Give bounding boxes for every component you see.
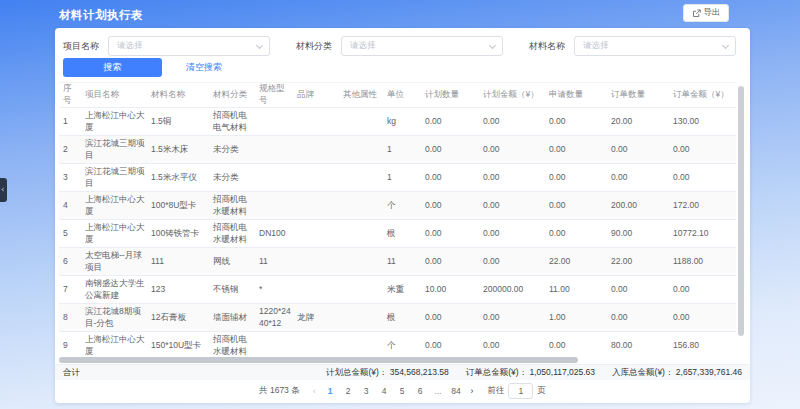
- clear-search-link[interactable]: 清空搜索: [186, 61, 222, 74]
- material-category-select[interactable]: 请选择: [341, 36, 503, 56]
- table-cell: 网线: [213, 248, 259, 276]
- table-cell: 10772.10: [673, 220, 736, 248]
- table-cell: 5: [59, 220, 85, 248]
- page-number-84[interactable]: 84: [450, 386, 463, 396]
- filter-label: 材料名称: [529, 40, 565, 53]
- table-cell: 0.00: [673, 164, 736, 192]
- table-cell: 1: [387, 164, 425, 192]
- table-cell: 0.00: [425, 136, 483, 164]
- table-cell: 招商机电水暖材料: [213, 192, 259, 220]
- table-cell: [297, 192, 343, 220]
- select-placeholder: 请选择: [350, 40, 376, 52]
- table-cell: 1.5米水平仪: [151, 164, 213, 192]
- page-number-5[interactable]: 5: [396, 386, 409, 396]
- table-cell: [343, 192, 387, 220]
- table-cell: 200.00: [611, 192, 673, 220]
- table-row: 7南钢盛达大学生公寓新建123不锈钢*米重10.00200000.0011.00…: [59, 276, 736, 304]
- table-cell: 0.00: [549, 192, 611, 220]
- table-cell: [297, 248, 343, 276]
- table-cell: 滨江花城三期项目: [85, 164, 151, 192]
- table-cell: 0.00: [611, 136, 673, 164]
- table-cell: 根: [387, 220, 425, 248]
- vertical-scrollbar-thumb[interactable]: [738, 86, 744, 336]
- table-cell: 0.00: [611, 276, 673, 304]
- horizontal-scrollbar-thumb[interactable]: [59, 357, 578, 363]
- table-cell: 12石膏板: [151, 304, 213, 332]
- summary-total: 订单总金额(¥)： 1,050,117,025.63: [466, 367, 595, 379]
- table-row: 4上海松江中心大厦100*8U型卡招商机电水暖材料个0.000.000.0020…: [59, 192, 736, 220]
- table-cell: 0.00: [611, 164, 673, 192]
- table-cell: 0.00: [673, 276, 736, 304]
- table-row: 6太空电梯--月球项目111网线11110.000.0022.0022.0011…: [59, 248, 736, 276]
- table-cell: 1.5米木床: [151, 136, 213, 164]
- table-row: 5上海松江中心大厦100铸铁管卡招商机电水暖材料DN100根0.000.000.…: [59, 220, 736, 248]
- next-page-icon[interactable]: ›: [468, 386, 477, 396]
- project-name-select[interactable]: 请选择: [108, 36, 270, 56]
- export-button[interactable]: 导出: [683, 4, 729, 22]
- table-cell: 10.00: [425, 276, 483, 304]
- search-button[interactable]: 搜索: [63, 58, 162, 77]
- column-header: 规格型号: [259, 83, 297, 108]
- pagination-pages: 123456...84: [324, 386, 463, 396]
- table-cell: [259, 136, 297, 164]
- table-cell: *: [259, 276, 297, 304]
- table-cell: 2: [59, 136, 85, 164]
- summary-label: 合计: [63, 367, 80, 379]
- page-number-6[interactable]: 6: [414, 386, 427, 396]
- table-cell: 未分类: [213, 164, 259, 192]
- page-number-1[interactable]: 1: [324, 386, 337, 396]
- table-cell: [259, 108, 297, 136]
- column-header: 材料分类: [213, 83, 259, 108]
- filter-project-name: 项目名称 请选择: [63, 36, 270, 56]
- page-number-2[interactable]: 2: [342, 386, 355, 396]
- sidebar-toggle[interactable]: [0, 178, 7, 202]
- select-placeholder: 请选择: [583, 40, 609, 52]
- filter-material-name: 材料名称 请选择: [529, 36, 736, 56]
- table-cell: 150*10U型卡: [151, 332, 213, 357]
- table-cell: [343, 304, 387, 332]
- table-cell: [259, 192, 297, 220]
- table-cell: 0.00: [425, 304, 483, 332]
- table-cell: 90.00: [611, 220, 673, 248]
- export-button-label: 导出: [704, 7, 721, 19]
- table-cell: 20.00: [611, 108, 673, 136]
- table-cell: [343, 332, 387, 357]
- table-cell: DN100: [259, 220, 297, 248]
- table-cell: 0.00: [425, 248, 483, 276]
- table-cell: 3: [59, 164, 85, 192]
- table-cell: [259, 332, 297, 357]
- prev-page-icon[interactable]: ‹: [310, 386, 319, 396]
- column-header: 计划数量: [425, 83, 483, 108]
- column-header: 订单数量: [611, 83, 673, 108]
- table-cell: [343, 248, 387, 276]
- table-cell: 1.5铜: [151, 108, 213, 136]
- column-header: 其他属性: [343, 83, 387, 108]
- table-cell: [297, 136, 343, 164]
- table-cell: 个: [387, 192, 425, 220]
- table-cell: 200000.00: [483, 276, 549, 304]
- vertical-scrollbar: [738, 84, 744, 352]
- material-name-select[interactable]: 请选择: [574, 36, 736, 56]
- export-icon: [692, 9, 701, 18]
- table-cell: 8: [59, 304, 85, 332]
- table-cell: 0.00: [483, 220, 549, 248]
- table-cell: 0.00: [673, 136, 736, 164]
- table-cell: 0.00: [483, 248, 549, 276]
- filter-label: 项目名称: [63, 40, 99, 53]
- select-placeholder: 请选择: [117, 40, 143, 52]
- table-cell: 上海松江中心大厦: [85, 220, 151, 248]
- table-cell: 0.00: [549, 136, 611, 164]
- table-cell: [297, 164, 343, 192]
- table-cell: 156.80: [673, 332, 736, 357]
- table-cell: 80.00: [611, 332, 673, 357]
- table-cell: 未分类: [213, 136, 259, 164]
- goto-page-input[interactable]: [508, 383, 533, 399]
- table-cell: [297, 276, 343, 304]
- content-card: 项目名称 请选择 材料分类 请选择 材料名称 请选择 搜索 清空搜索: [55, 28, 750, 403]
- table-cell: 0.00: [483, 136, 549, 164]
- table-cell: 100铸铁管卡: [151, 220, 213, 248]
- page-number-3[interactable]: 3: [360, 386, 373, 396]
- table-cell: 0.00: [425, 108, 483, 136]
- table-cell: kg: [387, 108, 425, 136]
- page-number-4[interactable]: 4: [378, 386, 391, 396]
